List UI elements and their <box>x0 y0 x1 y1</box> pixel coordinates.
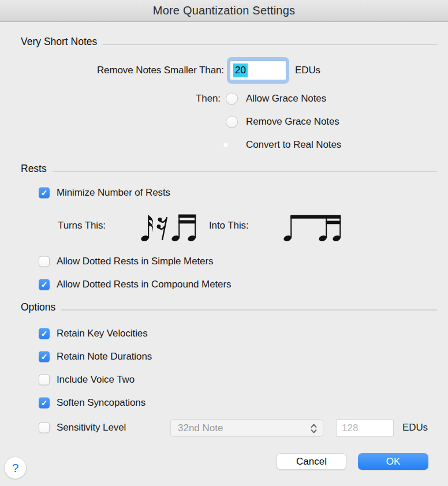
cancel-button-label: Cancel <box>296 456 327 468</box>
checkbox-label[interactable]: Allow Dotted Rests in Compound Meters <box>57 279 231 290</box>
checkbox-dotted-rests-simple[interactable]: ✓ <box>39 256 50 267</box>
compound-meters-row: ✓ Allow Dotted Rests in Compound Meters <box>0 274 448 296</box>
section-rests: Rests <box>21 163 437 175</box>
section-options: Options <box>21 301 437 313</box>
edu-threshold-input[interactable]: 20 <box>230 61 286 80</box>
cancel-button[interactable]: Cancel <box>277 453 346 470</box>
quantization-settings-dialog: More Quantization Settings Very Short No… <box>0 0 448 486</box>
checkbox-include-voice-two[interactable]: ✓ <box>39 375 50 386</box>
title-bar[interactable]: More Quantization Settings <box>0 0 448 22</box>
ok-button[interactable]: OK <box>358 453 428 470</box>
section-very-short-notes: Very Short Notes <box>21 36 437 48</box>
checkbox-retain-key-velocities[interactable]: ✓ <box>39 328 50 339</box>
simple-meters-row: ✓ Allow Dotted Rests in Simple Meters <box>0 251 448 272</box>
radio-remove-grace-notes[interactable] <box>226 116 238 128</box>
check-icon: ✓ <box>41 281 48 289</box>
radio-label[interactable]: Remove Grace Notes <box>246 116 339 128</box>
checkbox-label[interactable]: Sensitivity Level <box>57 422 126 433</box>
sensitivity-edu-value: 128 <box>342 423 358 434</box>
check-icon: ✓ <box>41 189 48 197</box>
check-icon: ✓ <box>41 353 48 361</box>
retain-note-durations-row: ✓ Retain Note Durations <box>0 346 448 368</box>
then-label: Then: <box>0 93 221 104</box>
radio-row-remove-grace: Remove Grace Notes <box>0 111 448 133</box>
radio-row-allow-grace: Then: Allow Grace Notes <box>0 88 448 110</box>
checkbox-label[interactable]: Soften Syncopations <box>57 397 145 409</box>
dropdown-chevrons-icon <box>310 423 318 435</box>
checkbox-label[interactable]: Retain Note Durations <box>57 351 152 362</box>
include-voice-two-row: ✓ Include Voice Two <box>0 369 448 391</box>
edu-threshold-value: 20 <box>233 63 248 77</box>
into-this-label: Into This: <box>209 220 249 231</box>
section-title: Rests <box>21 163 47 175</box>
section-divider <box>53 171 437 172</box>
radio-label[interactable]: Convert to Real Notes <box>246 139 341 151</box>
sensitivity-dropdown[interactable]: 32nd Note <box>170 419 323 437</box>
soften-syncopations-row: ✓ Soften Syncopations <box>0 392 448 414</box>
retain-key-velocities-row: ✓ Retain Key Velocities <box>0 323 448 345</box>
section-divider <box>61 309 437 311</box>
help-button[interactable]: ? <box>4 457 27 479</box>
edu-unit-label: EDUs <box>295 65 320 76</box>
checkbox-label[interactable]: Minimize Number of Rests <box>57 187 170 199</box>
section-divider <box>103 44 437 45</box>
checkbox-dotted-rests-compound[interactable]: ✓ <box>39 279 50 290</box>
sensitivity-edu-input[interactable]: 128 <box>336 419 394 437</box>
checkbox-label[interactable]: Retain Key Velocities <box>57 328 148 339</box>
section-title: Very Short Notes <box>21 36 97 48</box>
turns-this-label: Turns This: <box>58 220 106 231</box>
checkbox-label[interactable]: Include Voice Two <box>57 374 135 386</box>
section-title: Options <box>21 301 55 313</box>
dialog-title: More Quantization Settings <box>153 4 295 17</box>
remove-notes-row: Remove Notes Smaller Than: 20 EDUs <box>0 57 448 84</box>
sensitivity-level-row: ✓ Sensitivity Level 32nd Note 128 EDUs <box>0 417 448 439</box>
edu-field-focus-ring: 20 <box>227 57 289 84</box>
question-mark-icon: ? <box>12 461 19 475</box>
checkbox-retain-note-durations[interactable]: ✓ <box>39 352 50 362</box>
radio-allow-grace-notes[interactable] <box>226 93 238 105</box>
radio-label[interactable]: Allow Grace Notes <box>246 93 326 104</box>
radio-row-convert-real: Convert to Real Notes <box>0 134 448 156</box>
notation-before-image <box>139 209 203 245</box>
check-icon: ✓ <box>41 330 48 338</box>
checkbox-minimize-rests[interactable]: ✓ <box>39 188 50 199</box>
minimize-rests-row: ✓ Minimize Number of Rests <box>0 182 448 204</box>
sensitivity-dropdown-value: 32nd Note <box>178 423 223 434</box>
check-icon: ✓ <box>41 399 48 407</box>
checkbox-label[interactable]: Allow Dotted Rests in Simple Meters <box>57 256 213 267</box>
checkbox-soften-syncopations[interactable]: ✓ <box>39 398 50 409</box>
notation-example-row: Turns This: Into This: <box>0 207 448 245</box>
notation-after-image <box>282 212 345 244</box>
checkbox-sensitivity-level[interactable]: ✓ <box>39 423 50 433</box>
ok-button-label: OK <box>386 456 401 468</box>
sensitivity-edu-unit-label: EDUs <box>402 422 428 433</box>
remove-notes-label: Remove Notes Smaller Than: <box>0 65 224 76</box>
